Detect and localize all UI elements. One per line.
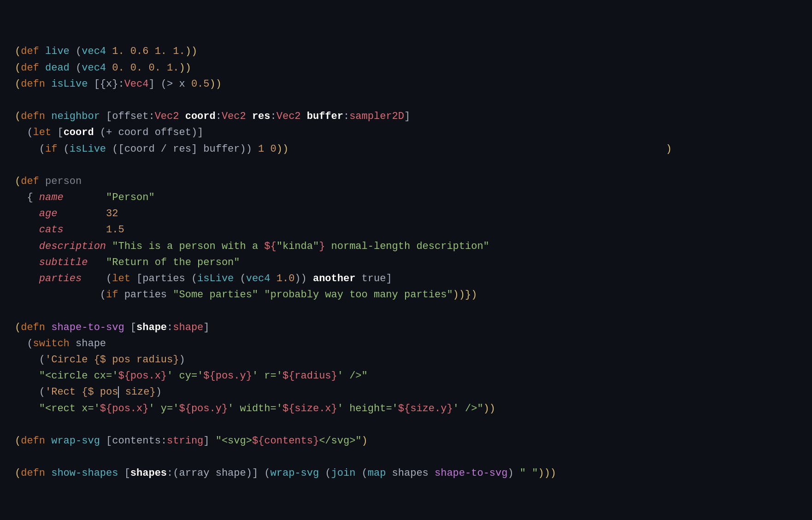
code-line: ('Circle {$ pos radius}) bbox=[15, 352, 797, 368]
code-line: "<rect x='${pos.x}' y='${pos.y}' width='… bbox=[15, 401, 797, 417]
code-line: parties (let [parties (isLive (vec4 1.0)… bbox=[15, 271, 797, 287]
code-line: subtitle "Return of the person" bbox=[15, 254, 797, 271]
code-line: (let [coord (+ coord offset)] bbox=[15, 124, 797, 141]
code-line: cats 1.5 bbox=[15, 222, 797, 238]
code-line: (defn show-shapes [shapes:(array shape)]… bbox=[15, 465, 797, 481]
code-line: (defn wrap-svg [contents:string] "<svg>$… bbox=[15, 433, 797, 449]
code-line bbox=[15, 157, 797, 173]
code-line: (if parties "Some parties" "probably way… bbox=[15, 287, 797, 303]
code-line bbox=[15, 92, 797, 108]
code-line: (defn isLive [{x}:Vec4] (> x 0.5)) bbox=[15, 76, 797, 92]
code-line: (def person bbox=[15, 173, 797, 189]
code-editor: (def live (vec4 1. 0.6 1. 1.))(def dead … bbox=[15, 11, 797, 481]
code-line bbox=[15, 417, 797, 433]
code-line: (defn shape-to-svg [shape:shape] bbox=[15, 319, 797, 336]
code-line: (if (isLive ([coord / res] buffer)) 1 0)… bbox=[15, 141, 797, 157]
code-line: (def live (vec4 1. 0.6 1. 1.)) bbox=[15, 43, 797, 59]
code-line: (defn neighbor [offset:Vec2 coord:Vec2 r… bbox=[15, 108, 797, 124]
code-line bbox=[15, 303, 797, 319]
code-line bbox=[15, 449, 797, 465]
code-line: { name "Person" bbox=[15, 189, 797, 206]
code-line: (def dead (vec4 0. 0. 0. 1.)) bbox=[15, 60, 797, 76]
code-line: description "This is a person with a ${"… bbox=[15, 238, 797, 254]
code-line: (switch shape bbox=[15, 336, 797, 352]
code-line: ('Rect {$ pos size}) bbox=[15, 384, 797, 400]
code-line: "<circle cx='${pos.x}' cy='${pos.y}' r='… bbox=[15, 368, 797, 384]
code-line: age 32 bbox=[15, 206, 797, 222]
